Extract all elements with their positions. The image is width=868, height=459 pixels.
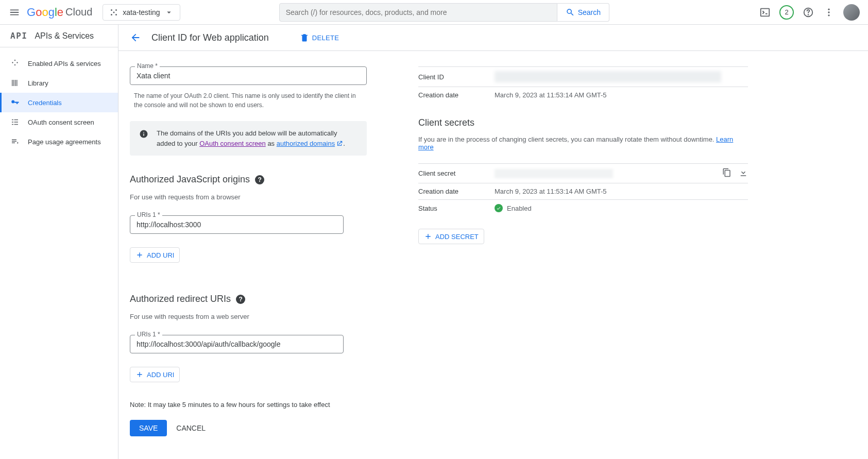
- svg-point-8: [828, 8, 829, 10]
- header-right: 2: [759, 4, 860, 21]
- cloud-shell-icon[interactable]: [759, 6, 771, 19]
- consent-icon: [10, 117, 20, 127]
- top-header: Google Cloud xata-testing Search 2: [0, 0, 868, 25]
- svg-point-7: [808, 14, 809, 15]
- creation-date-row: Creation date March 9, 2023 at 11:53:14 …: [418, 87, 748, 103]
- download-icon[interactable]: [739, 168, 748, 179]
- sidebar-item-enabled-apis[interactable]: Enabled APIs & services: [0, 54, 118, 73]
- name-input[interactable]: [130, 66, 367, 85]
- add-js-uri-button[interactable]: ADD URI: [130, 247, 180, 263]
- project-icon: [109, 8, 118, 17]
- svg-point-10: [828, 14, 829, 16]
- cancel-button[interactable]: CANCEL: [176, 420, 206, 436]
- client-secrets-sub: If you are in the process of changing cl…: [418, 135, 748, 151]
- help-icon[interactable]: [802, 6, 814, 19]
- secret-creation-row: Creation date March 9, 2023 at 11:53:14 …: [418, 183, 748, 199]
- plus-icon: [135, 251, 144, 259]
- add-redirect-uri-button[interactable]: ADD URI: [130, 367, 180, 382]
- project-selector[interactable]: xata-testing: [103, 4, 180, 21]
- agreement-icon: [10, 137, 20, 146]
- help-tooltip-icon[interactable]: ?: [236, 295, 245, 304]
- client-id-row: Client ID: [418, 66, 748, 87]
- search-button[interactable]: Search: [557, 3, 609, 22]
- name-label: Name *: [135, 62, 160, 70]
- arrow-left-icon: [130, 32, 141, 43]
- search-container: Search: [279, 3, 609, 22]
- redirect-heading: Authorized redirect URIs ?: [130, 294, 367, 304]
- sidebar-item-label: OAuth consent screen: [28, 118, 94, 126]
- page-title: Client ID for Web application: [151, 32, 269, 43]
- dashboard-icon: [10, 59, 20, 68]
- right-column: Client ID Creation date March 9, 2023 at…: [418, 66, 748, 244]
- info-icon: [139, 129, 148, 139]
- help-tooltip-icon[interactable]: ?: [255, 175, 264, 184]
- trash-icon: [300, 33, 309, 42]
- js-origins-heading: Authorized JavaScript origins ?: [130, 174, 367, 185]
- svg-rect-5: [761, 8, 770, 16]
- google-cloud-logo[interactable]: Google Cloud: [27, 6, 92, 19]
- status-row: Status Enabled: [418, 199, 748, 216]
- notifications-badge[interactable]: 2: [779, 5, 794, 20]
- sidebar-item-label: Page usage agreements: [28, 138, 101, 146]
- more-icon[interactable]: [823, 6, 835, 19]
- main-layout: API APIs & Services Enabled APIs & servi…: [0, 25, 868, 459]
- secret-actions: [722, 168, 748, 179]
- library-icon: [10, 78, 20, 88]
- sidebar-item-credentials[interactable]: Credentials: [0, 93, 118, 112]
- sidebar-item-label: Enabled APIs & services: [28, 60, 101, 67]
- redacted-client-id: [495, 71, 721, 82]
- key-icon: [10, 98, 20, 107]
- redirect-uri-label: URIs 1 *: [135, 331, 162, 338]
- oauth-consent-link[interactable]: OAuth consent screen: [199, 140, 266, 147]
- search-icon: [566, 8, 575, 17]
- name-helper: The name of your OAuth 2.0 client. This …: [130, 88, 367, 110]
- client-secret-row: Client secret: [418, 164, 748, 183]
- svg-point-2: [111, 14, 112, 15]
- chevron-down-icon: [164, 8, 174, 17]
- redacted-client-secret: [495, 169, 613, 178]
- sidebar: API APIs & Services Enabled APIs & servi…: [0, 25, 118, 459]
- external-link-icon: [336, 140, 343, 147]
- authorized-domains-link[interactable]: authorized domains: [277, 140, 335, 147]
- main-grid: Name * The name of your OAuth 2.0 client…: [118, 51, 868, 457]
- svg-point-0: [111, 9, 112, 11]
- sidebar-item-oauth-consent[interactable]: OAuth consent screen: [0, 112, 118, 132]
- name-field: Name *: [130, 66, 367, 85]
- sidebar-title: APIs & Services: [35, 31, 94, 41]
- avatar[interactable]: [843, 4, 860, 21]
- plus-icon: [135, 370, 144, 379]
- redirect-sub: For use with requests from a web server: [130, 313, 367, 320]
- note-text: Note: It may take 5 minutes to a few hou…: [130, 401, 367, 409]
- left-column: Name * The name of your OAuth 2.0 client…: [130, 66, 367, 436]
- sidebar-header: API APIs & Services: [0, 25, 118, 47]
- save-button[interactable]: SAVE: [130, 420, 167, 436]
- project-name: xata-testing: [123, 8, 160, 16]
- content-header: Client ID for Web application DELETE: [118, 25, 868, 51]
- content: Client ID for Web application DELETE Nam…: [118, 25, 868, 459]
- svg-point-1: [115, 9, 117, 11]
- info-box: The domains of the URIs you add below wi…: [130, 121, 367, 156]
- svg-point-4: [113, 11, 115, 13]
- client-secrets-heading: Client secrets: [418, 117, 748, 128]
- sidebar-item-label: Library: [28, 79, 48, 87]
- button-row: SAVE CANCEL: [130, 420, 367, 436]
- redirect-uri-field: URIs 1 *: [130, 335, 367, 353]
- check-icon: [495, 204, 503, 212]
- add-secret-button[interactable]: ADD SECRET: [418, 229, 484, 244]
- svg-point-3: [115, 14, 117, 15]
- menu-icon[interactable]: [8, 6, 21, 19]
- sidebar-item-label: Credentials: [28, 99, 62, 107]
- api-icon: API: [10, 31, 27, 41]
- copy-icon[interactable]: [722, 168, 731, 179]
- js-origins-sub: For use with requests from a browser: [130, 193, 367, 201]
- secret-table: Client secret Creation date March 9, 202…: [418, 163, 748, 216]
- js-uri-label: URIs 1 *: [135, 211, 162, 218]
- back-button[interactable]: [130, 32, 141, 43]
- search-input[interactable]: [279, 3, 557, 22]
- sidebar-item-library[interactable]: Library: [0, 73, 118, 93]
- sidebar-item-page-usage[interactable]: Page usage agreements: [0, 132, 118, 151]
- plus-icon: [424, 232, 432, 241]
- js-uri-field: URIs 1 *: [130, 215, 367, 234]
- delete-button[interactable]: DELETE: [300, 33, 339, 42]
- svg-point-9: [828, 11, 829, 13]
